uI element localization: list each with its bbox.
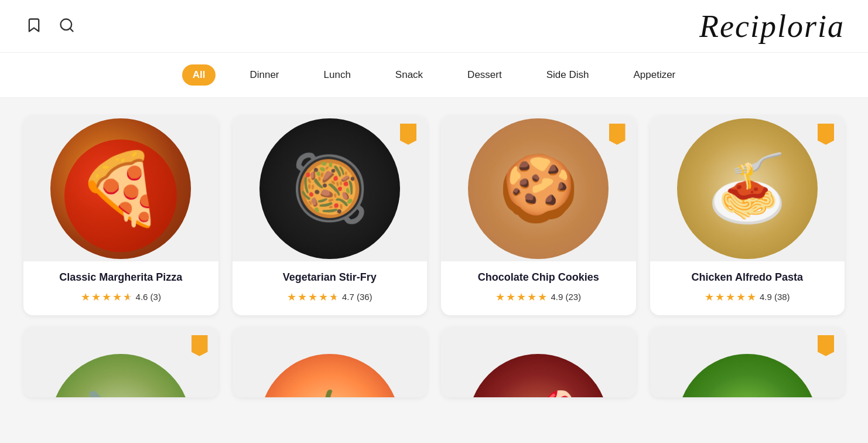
recipe-image <box>468 354 609 397</box>
category-dinner[interactable]: Dinner <box>239 64 289 86</box>
card-rating: ★ ★ ★ ★ ★ 4.7 (36) <box>244 291 416 304</box>
header: Reciploria <box>0 0 868 53</box>
category-lunch[interactable]: Lunch <box>313 64 361 86</box>
stars: ★ ★ ★ ★ ★ <box>495 291 547 304</box>
card-image-area <box>23 327 218 397</box>
card-info: Vegetarian Stir-Fry ★ ★ ★ ★ ★ 4.7 (36) <box>233 261 428 315</box>
recipe-card-row2-3[interactable] <box>441 327 636 397</box>
stars: ★ ★ ★ ★ ★ <box>705 291 756 304</box>
recipe-card-row2-1[interactable] <box>23 327 218 397</box>
bookmark-shape <box>609 124 626 145</box>
rating-value: 4.9 (23) <box>551 292 581 302</box>
main-content: Classic Margherita Pizza ★ ★ ★ ★ ★ 4.6 (… <box>0 98 868 415</box>
star-3: ★ <box>102 291 111 304</box>
card-title: Chocolate Chip Cookies <box>453 271 624 284</box>
app-logo: Reciploria <box>699 8 845 45</box>
card-rating: ★ ★ ★ ★ ★ 4.9 (38) <box>662 291 833 304</box>
search-button[interactable] <box>56 15 77 38</box>
card-info: Chicken Alfredo Pasta ★ ★ ★ ★ ★ 4.9 (38) <box>650 261 845 315</box>
recipe-card-vegetarian-stir-fry[interactable]: Vegetarian Stir-Fry ★ ★ ★ ★ ★ 4.7 (36) <box>233 115 428 315</box>
bookmark-shape <box>818 124 834 145</box>
card-image-area <box>23 115 218 261</box>
card-info: Chocolate Chip Cookies ★ ★ ★ ★ ★ 4.9 (23… <box>441 261 636 315</box>
card-title: Vegetarian Stir-Fry <box>244 271 416 284</box>
star-4: ★ <box>112 291 122 304</box>
recipe-image <box>677 354 818 397</box>
recipes-grid-row1: Classic Margherita Pizza ★ ★ ★ ★ ★ 4.6 (… <box>0 98 868 333</box>
card-title: Classic Margherita Pizza <box>35 271 207 284</box>
card-image-area <box>650 115 845 261</box>
bookmark-badge[interactable] <box>818 335 836 359</box>
bookmark-badge[interactable] <box>400 124 419 147</box>
card-image-area <box>441 115 636 261</box>
card-rating: ★ ★ ★ ★ ★ 4.6 (3) <box>35 291 207 304</box>
card-info: Classic Margherita Pizza ★ ★ ★ ★ ★ 4.6 (… <box>23 261 218 315</box>
pizza-image <box>50 118 191 259</box>
recipe-card-chicken-alfredo-pasta[interactable]: Chicken Alfredo Pasta ★ ★ ★ ★ ★ 4.9 (38) <box>650 115 845 315</box>
card-image-area <box>233 115 428 261</box>
pasta-image <box>677 118 818 259</box>
rating-value: 4.6 (3) <box>136 292 161 302</box>
card-image-area <box>650 327 845 397</box>
search-icon <box>59 17 75 33</box>
recipes-grid-row2 <box>0 327 868 415</box>
star-5: ★ <box>123 291 132 304</box>
category-side-dish[interactable]: Side Dish <box>536 64 600 86</box>
card-rating: ★ ★ ★ ★ ★ 4.9 (23) <box>453 291 624 304</box>
stirfry-image <box>259 118 400 259</box>
rating-value: 4.7 (36) <box>342 292 373 302</box>
rating-value: 4.9 (38) <box>760 292 790 302</box>
bookmark-button[interactable] <box>23 15 45 38</box>
recipe-image <box>259 354 400 397</box>
recipe-card-row2-4[interactable] <box>650 327 845 397</box>
bookmark-badge[interactable] <box>609 124 628 147</box>
card-title: Chicken Alfredo Pasta <box>662 271 833 284</box>
svg-line-1 <box>70 28 73 31</box>
bookmark-badge[interactable] <box>192 335 210 359</box>
category-all[interactable]: All <box>182 64 216 86</box>
star-2: ★ <box>91 291 101 304</box>
bookmark-icon <box>26 17 42 33</box>
bookmark-shape <box>192 335 208 356</box>
category-snack[interactable]: Snack <box>385 64 433 86</box>
card-image-area <box>233 327 428 397</box>
recipe-card-chocolate-chip-cookies[interactable]: Chocolate Chip Cookies ★ ★ ★ ★ ★ 4.9 (23… <box>441 115 636 315</box>
category-nav: All Dinner Lunch Snack Dessert Side Dish… <box>0 53 868 98</box>
recipe-image <box>50 354 191 397</box>
bookmark-badge[interactable] <box>818 124 836 147</box>
bookmark-shape <box>818 335 834 356</box>
category-dessert[interactable]: Dessert <box>457 64 512 86</box>
bookmark-shape <box>400 124 416 145</box>
header-left-icons <box>23 15 77 38</box>
recipe-card-row2-2[interactable] <box>233 327 428 397</box>
recipe-card-classic-margherita-pizza[interactable]: Classic Margherita Pizza ★ ★ ★ ★ ★ 4.6 (… <box>23 115 218 315</box>
cookies-image <box>468 118 609 259</box>
stars: ★ ★ ★ ★ ★ <box>287 291 339 304</box>
stars: ★ ★ ★ ★ ★ <box>81 291 132 304</box>
star-1: ★ <box>81 291 90 304</box>
card-image-area <box>441 327 636 397</box>
category-appetizer[interactable]: Appetizer <box>623 64 686 86</box>
